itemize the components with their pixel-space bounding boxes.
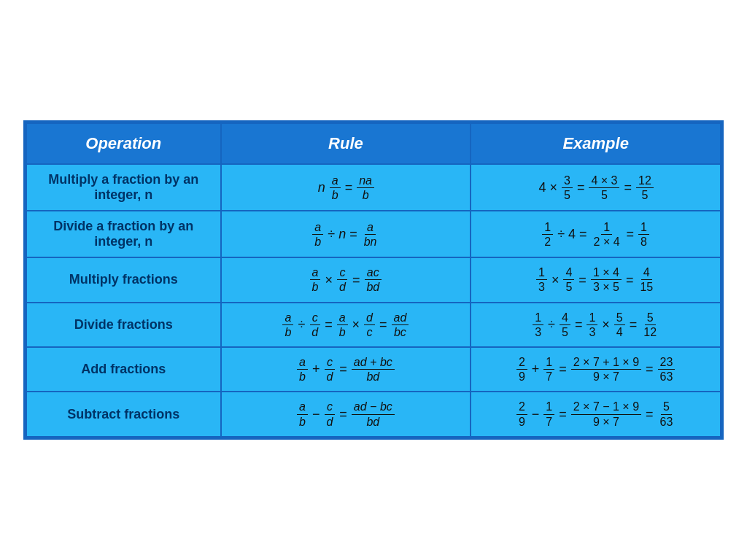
example-divide-integer: 1 2 ÷ 4 = 1 2 × 4 = 1 8 bbox=[471, 211, 721, 257]
op-divide-integer: Divide a fraction by an integer, n bbox=[26, 211, 221, 257]
op-multiply-integer: Multiply a fraction by an integer, n bbox=[26, 164, 221, 211]
op-multiply-fractions: Multiply fractions bbox=[26, 257, 221, 302]
rule-divide-integer: a b ÷ n = a bn bbox=[221, 211, 471, 257]
example-divide-fractions: 1 3 ÷ 4 5 = 1 3 × bbox=[471, 303, 721, 347]
table-row: Divide a fraction by an integer, n a b ÷… bbox=[26, 211, 721, 257]
rule-multiply-fractions: a b × c d = ac bd bbox=[221, 257, 471, 302]
table-row: Multiply fractions a b × c d = bbox=[26, 257, 721, 302]
op-subtract-fractions: Subtract fractions bbox=[26, 392, 221, 436]
example-multiply-integer: 4 × 3 5 = 4 × 3 5 = 12 5 bbox=[471, 164, 721, 211]
table-row: Divide fractions a b ÷ c d = bbox=[26, 303, 721, 347]
example-add-fractions: 2 9 + 1 7 = 2 × 7 + 1 × 9 9 × 7 bbox=[471, 347, 721, 392]
rule-divide-fractions: a b ÷ c d = a b × bbox=[221, 303, 471, 347]
table-row: Multiply a fraction by an integer, n n a… bbox=[26, 164, 721, 211]
op-divide-fractions: Divide fractions bbox=[26, 303, 221, 347]
rule-multiply-integer: n a b = na b bbox=[221, 164, 471, 211]
header-example: Example bbox=[471, 123, 721, 164]
rule-add-fractions: a b + c d = ad + bc bd bbox=[221, 347, 471, 392]
op-add-fractions: Add fractions bbox=[26, 347, 221, 392]
table-row: Subtract fractions a b − c d = bbox=[26, 392, 721, 436]
example-multiply-fractions: 1 3 × 4 5 = 1 × 4 3 × 5 = bbox=[471, 257, 721, 302]
table-row: Add fractions a b + c d = bbox=[26, 347, 721, 392]
main-table: Operation Rule Example Multiply a fracti… bbox=[23, 120, 724, 440]
header-operation: Operation bbox=[26, 123, 221, 164]
rule-subtract-fractions: a b − c d = ad − bc bd bbox=[221, 392, 471, 436]
header-rule: Rule bbox=[221, 123, 471, 164]
example-subtract-fractions: 2 9 − 1 7 = 2 × 7 − 1 × 9 9 × 7 bbox=[471, 392, 721, 436]
